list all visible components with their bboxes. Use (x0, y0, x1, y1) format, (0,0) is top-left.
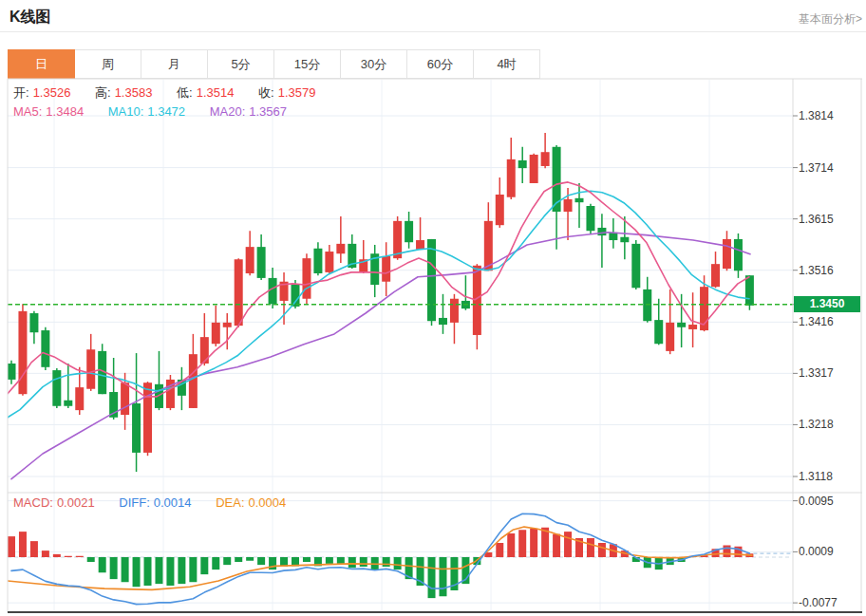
close-value: 1.3579 (278, 85, 316, 100)
high-value: 1.3583 (115, 85, 153, 100)
diff-value: 0.0014 (154, 495, 192, 510)
price-axis-label: 1.3317 (799, 365, 834, 381)
price-axis-label: 1.3218 (799, 417, 834, 432)
diff-label: DIFF: (119, 495, 150, 510)
ohlc-readout: 开:1.3526 高:1.3583 低:1.3514 收:1.3579 (13, 84, 319, 102)
ma20-value: 1.3567 (249, 104, 287, 119)
open-value: 1.3526 (33, 85, 71, 100)
kline-app: K线图 基本面分析> 日周月5分15分30分60分4时 开:1.3526 高:1… (0, 0, 866, 616)
macd-label: MACD: (13, 495, 53, 510)
macd-axis-label: -0.0077 (799, 595, 838, 610)
macd-value: 0.0021 (57, 495, 95, 510)
ma20-label: MA20: (210, 104, 246, 119)
ma5-label: MA5: (13, 104, 42, 119)
ma10-label: MA10: (108, 104, 144, 119)
close-label: 收: (258, 85, 274, 100)
macd-axis-label: 0.0095 (799, 494, 834, 509)
price-axis-label: 1.3814 (799, 108, 834, 123)
open-label: 开: (13, 85, 29, 100)
price-axis-label: 1.3416 (799, 314, 834, 329)
ma-readout: MA5:1.3484 MA10:1.3472 MA20:1.3567 (13, 104, 291, 119)
high-label: 高: (95, 85, 111, 100)
low-label: 低: (177, 85, 193, 100)
last-price-badge: 1.3450 (794, 296, 860, 312)
price-axis-label: 1.3615 (799, 212, 834, 227)
macd-axis-label: 0.0009 (799, 544, 834, 559)
price-axis-label: 1.3516 (799, 263, 834, 278)
dea-value: 0.0004 (249, 495, 287, 510)
dea-label: DEA: (216, 495, 244, 510)
price-axis-label: 1.3714 (799, 160, 834, 176)
macd-readout: MACD:0.0021 DIFF:0.0014 DEA:0.0004 (13, 495, 290, 510)
ma10-value: 1.3472 (147, 104, 185, 119)
low-value: 1.3514 (197, 85, 235, 100)
price-axis-label: 1.3118 (799, 469, 833, 484)
ma5-value: 1.3484 (46, 104, 84, 119)
